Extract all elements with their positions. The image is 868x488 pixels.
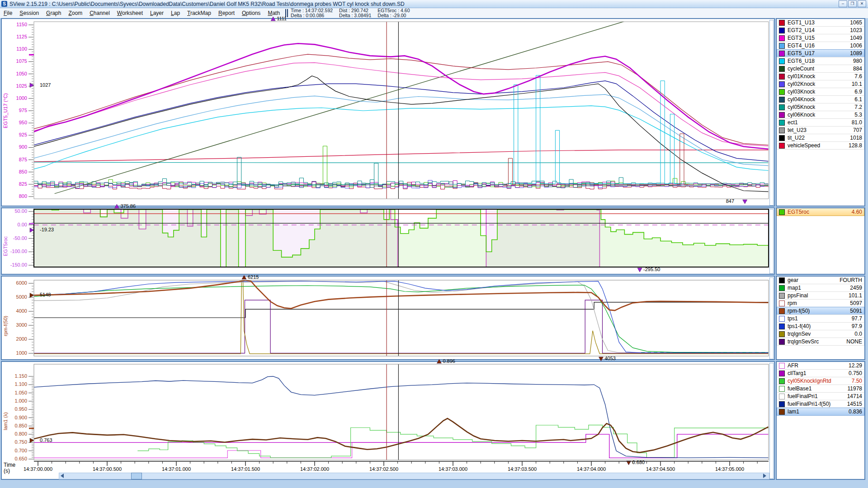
- time-axis-tick-label: 14:37:03.000: [430, 466, 476, 472]
- channel-color-swatch-icon: [779, 127, 785, 133]
- chart-vstrip-4[interactable]: [769, 363, 774, 479]
- channel-color-swatch-icon: [779, 394, 785, 399]
- info-column-3: EGT5roc : 4.60Delta : -29.00: [377, 8, 410, 18]
- time-scrollbar-thumb[interactable]: [131, 473, 142, 479]
- channel-name: cyl01Knock: [788, 73, 815, 80]
- y-axis-tick-label: -100.00: [6, 249, 27, 254]
- channel-row[interactable]: cyl01Knock7.6: [777, 72, 864, 80]
- y-axis-title: EGT5_U17 (°C): [3, 93, 8, 128]
- channel-row[interactable]: ppsFinal101.1: [777, 291, 864, 300]
- chart-panel-3: [1, 276, 775, 360]
- menu-trackmap[interactable]: TrackMap: [184, 9, 215, 17]
- channel-list-3: gearFOURTHmap12459ppsFinal101.1rpm5097rp…: [776, 276, 865, 360]
- channel-list-4: AFR12.29cllTarg10.750cyl05KnockIgnRtd7.5…: [776, 361, 865, 480]
- channel-row[interactable]: fuelBase111978: [777, 385, 864, 393]
- channel-row[interactable]: tps1-f(40)97.9: [777, 322, 864, 330]
- channel-value: 0.836: [847, 408, 862, 415]
- channel-row[interactable]: lam10.836: [777, 408, 864, 416]
- channel-row[interactable]: trqIgnSev0.0: [777, 330, 864, 338]
- title-bar[interactable]: S SView 2.15.219 : C:\Users\Public\Docum…: [0, 0, 868, 8]
- menu-options[interactable]: Options: [238, 9, 264, 17]
- menu-report[interactable]: Report: [215, 9, 238, 17]
- channel-color-swatch-icon: [779, 58, 785, 64]
- channel-row[interactable]: tps197.7: [777, 314, 864, 323]
- channel-name: tit_U22: [788, 135, 805, 141]
- scrollbar-right-arrow-icon[interactable]: [763, 474, 766, 478]
- menu-file[interactable]: File: [0, 9, 16, 17]
- channel-row[interactable]: cyl06Knock5.3: [777, 111, 864, 119]
- channel-row[interactable]: cycleCount884: [777, 65, 864, 73]
- channel-name: tps1: [788, 315, 798, 322]
- channel-row[interactable]: EGT1_U131065: [777, 19, 864, 27]
- menu-worksheet[interactable]: Worksheet: [113, 9, 146, 17]
- channel-row[interactable]: EGT2_U141023: [777, 26, 864, 34]
- channel-name: vehicleSpeed: [788, 142, 820, 149]
- chart-vstrip-3[interactable]: [769, 277, 774, 359]
- menu-lap[interactable]: Lap: [167, 9, 184, 17]
- channel-value: 884: [851, 66, 862, 72]
- channel-row[interactable]: tit_U221018: [777, 134, 864, 142]
- info-column-2: Dist : 290.742Delta : 3.08491: [339, 8, 371, 18]
- channel-row[interactable]: cllTarg10.750: [777, 369, 864, 377]
- channel-row[interactable]: rpm-f(50)5091: [777, 307, 864, 315]
- channel-value: 980: [851, 58, 862, 64]
- channel-list-1: EGT1_U131065EGT2_U141023EGT3_U151049EGT4…: [776, 18, 865, 206]
- maximize-button[interactable]: ❐: [848, 0, 857, 7]
- channel-name: cyl05Knock: [788, 104, 815, 110]
- channel-row[interactable]: trqIgnSevSrcNONE: [777, 338, 864, 346]
- menu-layer[interactable]: Layer: [146, 9, 167, 17]
- channel-color-swatch-icon: [779, 300, 785, 306]
- channel-row[interactable]: EGT3_U151049: [777, 34, 864, 42]
- chart-vstrip-1[interactable]: [769, 20, 774, 206]
- channel-row[interactable]: cyl04Knock6.1: [777, 95, 864, 103]
- channel-name: cyl04Knock: [788, 96, 815, 103]
- channel-row[interactable]: fuelFinalPri114714: [777, 392, 864, 400]
- minimize-button[interactable]: –: [839, 0, 847, 7]
- menu-session[interactable]: Session: [16, 9, 42, 17]
- channel-color-swatch-icon: [779, 28, 785, 33]
- channel-name: map1: [788, 285, 801, 291]
- close-button[interactable]: ✕: [858, 0, 866, 7]
- channel-row[interactable]: cyl05KnockIgnRtd7.50: [777, 377, 864, 385]
- channel-row[interactable]: EGT5roc4.60: [777, 208, 864, 216]
- channel-row[interactable]: rpm5097: [777, 299, 864, 307]
- channel-row[interactable]: EGT5_U171089: [777, 49, 864, 57]
- channel-row[interactable]: ect181.0: [777, 118, 864, 127]
- channel-row[interactable]: EGT6_U18980: [777, 57, 864, 65]
- menu-channel[interactable]: Channel: [86, 9, 113, 17]
- channel-row[interactable]: vehicleSpeed128.8: [777, 141, 864, 150]
- max-value-annotation: 1111: [277, 16, 287, 21]
- channel-name: EGT4_U16: [788, 42, 815, 49]
- channel-row[interactable]: gearFOURTH: [777, 276, 864, 284]
- channel-row[interactable]: AFR12.29: [777, 361, 864, 370]
- y-axis-tick-label: -150.00: [6, 262, 27, 267]
- chart-vstrip-2[interactable]: [769, 209, 774, 274]
- time-scrollbar-track[interactable]: [59, 473, 769, 479]
- channel-row[interactable]: cyl03Knock6.9: [777, 88, 864, 96]
- y-axis-tick-label: 1.050: [6, 390, 27, 395]
- channel-value: 5097: [848, 300, 862, 306]
- channel-row[interactable]: tet_U23707: [777, 126, 864, 134]
- menu-zoom[interactable]: Zoom: [65, 9, 86, 17]
- channel-name: rpm: [788, 300, 797, 306]
- channel-row[interactable]: fuelFinalPri1-f(50)14515: [777, 400, 864, 408]
- scrollbar-left-arrow-icon[interactable]: [61, 474, 64, 478]
- time-axis-unit: (s): [4, 468, 10, 474]
- y-axis-tick-label: 1.150: [6, 373, 27, 379]
- channel-name: EGT5_U17: [788, 50, 815, 56]
- channel-name: cyl03Knock: [788, 89, 815, 95]
- channel-value: 6.9: [853, 89, 862, 95]
- channel-row[interactable]: map12459: [777, 284, 864, 292]
- left-edge-value-marker: 0.763: [40, 437, 52, 443]
- channel-name: ppsFinal: [788, 292, 808, 299]
- channel-row[interactable]: cyl05Knock7.2: [777, 103, 864, 111]
- channel-row[interactable]: EGT4_U161006: [777, 42, 864, 50]
- channel-name: cyl02Knock: [788, 81, 815, 87]
- y-axis-title: EGT5roc: [3, 236, 8, 256]
- channel-color-swatch-icon: [779, 339, 785, 345]
- channel-color-swatch-icon: [779, 81, 785, 87]
- menu-graph[interactable]: Graph: [42, 9, 65, 17]
- channel-name: trqIgnSev: [788, 331, 811, 337]
- channel-name: fuelBase1: [788, 385, 811, 392]
- channel-row[interactable]: cyl02Knock10.1: [777, 80, 864, 88]
